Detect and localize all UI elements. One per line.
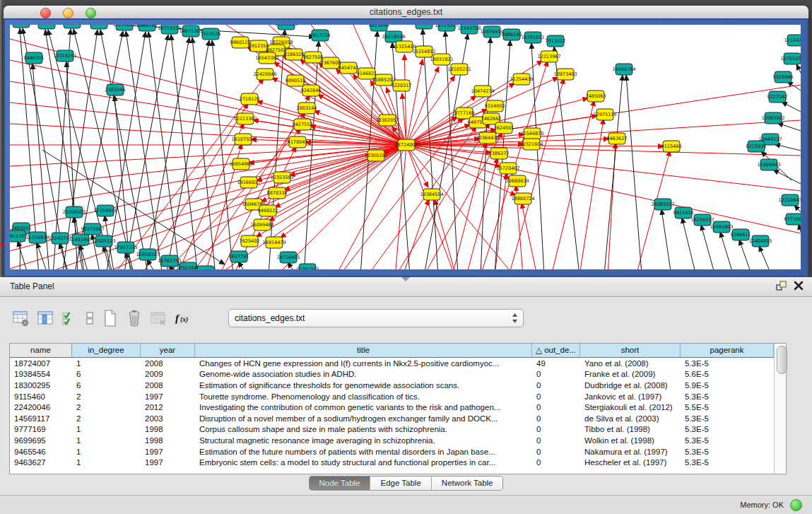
graph-node[interactable]: 12093582	[761, 112, 784, 124]
network-file-select[interactable]: citations_edges.txt	[228, 309, 524, 327]
table-row[interactable]: 1872400712008Changes of HCN gene express…	[10, 358, 774, 369]
graph-node[interactable]: 10976919	[480, 26, 503, 37]
graph-node[interactable]: 9498222	[258, 205, 278, 216]
graph-node[interactable]: 18724007	[394, 139, 418, 151]
graph-node[interactable]: 8878334	[267, 187, 288, 199]
graph-node[interactable]: 20364436	[476, 132, 499, 144]
graph-node[interactable]: 19716485	[276, 252, 300, 263]
graph-node[interactable]: 10321604	[519, 139, 543, 150]
table-row[interactable]: 977716911998Corpus callosum shape and si…	[10, 424, 774, 436]
graph-node[interactable]: 15720407	[496, 163, 519, 174]
graph-node[interactable]: 10319251	[53, 50, 76, 62]
graph-node[interactable]: 16791043	[295, 264, 319, 269]
table-row[interactable]: 1938455462009Genome-wide association stu…	[10, 369, 774, 380]
graph-node[interactable]: 24055724	[10, 25, 33, 28]
graph-node[interactable]: 11124397	[784, 35, 801, 46]
citation-network-graph[interactable]: 2405572420691406187572401065324715276020…	[10, 25, 801, 269]
column-header-pagerank[interactable]: pagerank	[681, 344, 774, 357]
graph-node[interactable]: 10491603	[710, 221, 733, 233]
graph-node[interactable]: 11451947	[69, 234, 92, 245]
graph-node[interactable]: 12975115	[593, 109, 616, 120]
graph-node[interactable]: 8215935	[746, 141, 767, 152]
graph-node[interactable]: 9154903	[485, 100, 505, 112]
graph-node[interactable]: 19384554	[420, 189, 443, 200]
graph-node[interactable]: 9242844	[301, 85, 322, 96]
column-header-year[interactable]: year	[141, 344, 195, 357]
graph-node[interactable]: 7386372	[489, 148, 510, 159]
graph-node[interactable]: 11544870	[520, 128, 543, 139]
graph-node[interactable]: 8220317	[392, 80, 412, 91]
graph-node[interactable]: 8130541	[414, 25, 435, 29]
delete-table-icon[interactable]	[149, 308, 167, 328]
network-canvas[interactable]: 2405572420691406187572401065324715276020…	[10, 25, 801, 269]
graph-node[interactable]: 18300295	[364, 150, 387, 161]
graph-node[interactable]: 9227342	[767, 91, 788, 103]
column-header-in_degree[interactable]: in_degree	[72, 344, 141, 357]
delete-icon[interactable]	[125, 308, 143, 328]
graph-node[interactable]: 3913307	[10, 230, 27, 242]
table-row[interactable]: 1830029562008Estimation of significance …	[10, 380, 774, 391]
graph-node[interactable]: 11254439	[510, 74, 533, 85]
graph-node[interactable]: 16914479	[262, 237, 286, 248]
table-row[interactable]: 1456911722003Disruption of a novel membe…	[10, 413, 774, 424]
graph-node[interactable]: 8454743	[339, 62, 359, 74]
graph-node[interactable]: 16543382	[255, 52, 278, 64]
graph-node[interactable]: 17359928	[93, 205, 117, 216]
graph-node[interactable]: 2803144	[297, 103, 317, 114]
graph-node[interactable]: 11543708	[457, 25, 481, 34]
graph-node[interactable]: 9886180	[502, 29, 522, 40]
graph-node[interactable]: 16099488	[250, 219, 273, 230]
graph-node[interactable]: 3624501	[494, 122, 514, 134]
table-settings-icon[interactable]	[12, 308, 30, 328]
graph-node[interactable]: 16958107	[136, 249, 159, 260]
table-row[interactable]: 946554611997Estimation of the future num…	[10, 446, 774, 457]
column-header-title[interactable]: title	[195, 344, 532, 357]
column-header-name[interactable]: name	[10, 344, 72, 357]
graph-node[interactable]: 17957255	[114, 242, 137, 253]
tab-edge-table[interactable]: Edge Table	[370, 477, 430, 490]
graph-node[interactable]: 18105211	[447, 64, 471, 75]
graph-node[interactable]: 15723207	[435, 25, 458, 31]
table-row[interactable]: 946362711997Embryonic stem cells: a mode…	[10, 457, 774, 468]
graph-node[interactable]: 15154812	[412, 46, 435, 57]
graph-node[interactable]: 18757240	[60, 25, 83, 28]
scrollbar-thumb[interactable]	[777, 346, 787, 374]
graph-node[interactable]: 12505123	[92, 235, 115, 247]
graph-node[interactable]: 19166827	[237, 177, 260, 188]
graph-node[interactable]: 4170041	[288, 136, 308, 148]
graph-node[interactable]: 10688639	[505, 175, 529, 187]
graph-node[interactable]: 19154103	[194, 266, 217, 269]
graph-node[interactable]: 12213967	[537, 51, 560, 62]
graph-node[interactable]: 8427552	[293, 119, 313, 130]
graph-node[interactable]: 16107554	[231, 134, 254, 145]
table-row[interactable]: 911546021997Tourette syndrome. Phenomeno…	[10, 391, 774, 402]
graph-node[interactable]: 18302057	[375, 115, 399, 126]
graph-node[interactable]: 11156838	[25, 232, 49, 243]
graph-node[interactable]: 12210643	[778, 194, 801, 206]
graph-node[interactable]: 15276020	[112, 25, 136, 30]
graph-node[interactable]: 10973493	[553, 69, 577, 80]
graph-node[interactable]: 20691406	[35, 25, 58, 29]
graph-node[interactable]: 6771081	[784, 214, 801, 225]
split-pane-handle[interactable]	[401, 277, 410, 281]
graph-node[interactable]: 9657791	[229, 251, 249, 262]
graph-node[interactable]: 9463627	[607, 133, 628, 144]
graph-node[interactable]: 9115460	[661, 141, 682, 152]
tab-node-table[interactable]: Node Table	[310, 477, 370, 490]
graph-node[interactable]: 26065927	[651, 199, 674, 210]
graph-node[interactable]: 2303346	[105, 84, 126, 95]
table-row[interactable]: 2242004622012Investigating the contribut…	[10, 402, 774, 413]
graph-node[interactable]: 9329966	[773, 71, 794, 83]
graph-node[interactable]: 12404915	[748, 235, 772, 247]
graph-node[interactable]: 7913522	[546, 35, 566, 47]
graph-node[interactable]: 19031821	[430, 54, 453, 65]
table-scrollbar[interactable]	[774, 344, 786, 474]
graph-node[interactable]: 12213382	[233, 113, 257, 124]
graph-node[interactable]: 10653247	[87, 25, 110, 29]
graph-node[interactable]: 10654962	[229, 158, 252, 170]
graph-node[interactable]: 8186328	[284, 49, 305, 60]
graph-node[interactable]: 20206505	[62, 206, 86, 218]
column-header-short[interactable]: short	[580, 344, 681, 357]
graph-node[interactable]: 10719155	[158, 25, 181, 34]
column-header-out_degree[interactable]: △ out_de...	[532, 344, 580, 357]
